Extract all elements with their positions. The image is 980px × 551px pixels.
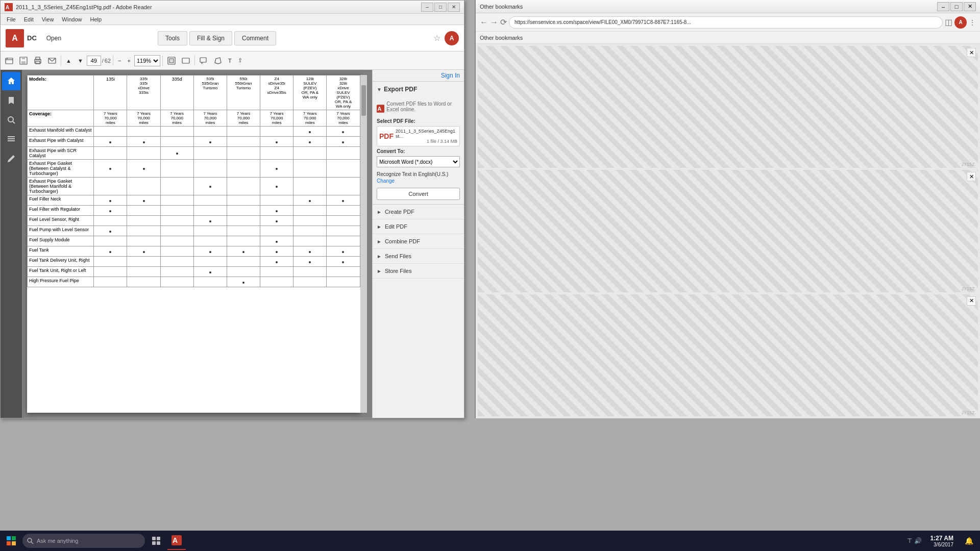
sidebar-icon-layers[interactable] bbox=[2, 130, 20, 148]
pdf-scroll[interactable]: Models: 135i 335i335ixDrive335is 335d 53… bbox=[22, 70, 372, 418]
user-avatar[interactable]: A bbox=[445, 31, 459, 45]
full-page: A 2011_1_3_5Series_Z45Eng1stPtg.pdf - Ad… bbox=[0, 0, 980, 551]
browser-minimize-button[interactable]: – bbox=[937, 2, 949, 11]
sign-in-link[interactable]: Sign In bbox=[373, 70, 464, 82]
create-pdf-item[interactable]: ► Create PDF bbox=[373, 205, 464, 219]
maximize-button[interactable]: □ bbox=[434, 3, 447, 12]
row-6-col-4 bbox=[227, 206, 260, 216]
change-link[interactable]: Change bbox=[377, 178, 460, 184]
star-icon[interactable]: ☆ bbox=[433, 33, 440, 43]
header-models: Models: bbox=[28, 76, 94, 110]
menu-view[interactable]: View bbox=[38, 15, 58, 23]
row-8-col-6 bbox=[293, 226, 327, 236]
svg-point-25 bbox=[28, 538, 32, 542]
typewriter-button[interactable]: T bbox=[226, 54, 234, 68]
sidebar-icon-search[interactable] bbox=[2, 111, 20, 129]
row-0-col-7 bbox=[327, 127, 360, 137]
row-3-col-3 bbox=[193, 160, 227, 178]
table-row: High Pressure Fuel Pipe bbox=[28, 277, 360, 287]
zoom-out-button[interactable]: − bbox=[115, 54, 124, 68]
url-bar[interactable] bbox=[509, 16, 943, 29]
coverage-550i: 7 Years70,000miles bbox=[227, 110, 260, 127]
open-button[interactable]: Open bbox=[44, 31, 64, 45]
sidebar-icon-bookmark[interactable] bbox=[2, 91, 20, 110]
browser-close-button[interactable]: ✕ bbox=[964, 2, 976, 11]
menu-help[interactable]: Help bbox=[86, 15, 106, 23]
fill-sign-button[interactable]: Fill & Sign bbox=[189, 31, 232, 45]
zoom-select[interactable]: 119% 100% 75% 50% bbox=[134, 55, 160, 66]
open-file-button[interactable] bbox=[3, 54, 16, 68]
tools-button[interactable]: Tools bbox=[158, 31, 187, 45]
zoom-in-button[interactable]: + bbox=[125, 54, 133, 68]
browser-menu-icon[interactable]: ⋮ bbox=[969, 18, 976, 27]
sidebar-icon-home[interactable] bbox=[2, 72, 20, 90]
email-button[interactable] bbox=[45, 54, 59, 68]
browser-maximize-button[interactable]: □ bbox=[950, 2, 963, 11]
task-view-button[interactable] bbox=[147, 532, 165, 550]
combine-pdf-item[interactable]: ► Combine PDF bbox=[373, 234, 464, 249]
menu-edit[interactable]: Edit bbox=[20, 15, 38, 23]
taskbar-time[interactable]: 1:27 AM 3/6/2017 bbox=[926, 535, 958, 547]
close-button[interactable]: ✕ bbox=[448, 3, 460, 12]
notification-icon[interactable]: 🔔 bbox=[960, 532, 978, 550]
fit-width-button[interactable] bbox=[179, 54, 192, 68]
print-button[interactable] bbox=[31, 54, 44, 68]
back-button[interactable]: ← bbox=[480, 18, 488, 27]
scrollbar-vertical[interactable] bbox=[360, 75, 367, 413]
coverage-label: Coverage: bbox=[28, 110, 94, 127]
convert-button[interactable]: Convert bbox=[377, 188, 460, 200]
minimize-button[interactable]: – bbox=[421, 3, 433, 12]
svg-rect-27 bbox=[152, 537, 156, 540]
start-button[interactable] bbox=[2, 532, 20, 550]
markup-button[interactable] bbox=[211, 54, 225, 68]
comment-tool-button[interactable] bbox=[197, 54, 210, 68]
row-4-col-6 bbox=[293, 178, 327, 195]
scrollbar-thumb[interactable] bbox=[361, 85, 366, 116]
taskbar-adobe-icon[interactable]: A bbox=[167, 532, 186, 550]
table-row: Exhaust Manifold with Catalyst bbox=[28, 127, 360, 137]
row-12-col-1 bbox=[127, 267, 160, 277]
row-item-9: Fuel Supply Module bbox=[28, 236, 94, 246]
svg-rect-28 bbox=[157, 537, 160, 540]
convert-to-select[interactable]: Microsoft Word (*.docx) Microsoft Excel … bbox=[377, 156, 460, 167]
taskbar: A ⊤ 🔊 1:27 AM 3/6/2017 🔔 bbox=[0, 531, 980, 551]
svg-rect-18 bbox=[8, 140, 15, 141]
convert-to-label: Convert To: bbox=[377, 148, 460, 154]
forward-button[interactable]: → bbox=[490, 18, 498, 27]
sidebar-icon-pen[interactable] bbox=[2, 149, 20, 168]
cursor-button[interactable]: ⇧ bbox=[235, 54, 245, 68]
comment-button[interactable]: Comment bbox=[234, 31, 276, 45]
fit-page-button[interactable] bbox=[165, 54, 178, 68]
ad-close-1[interactable]: ✕ bbox=[967, 48, 976, 57]
row-13-col-2 bbox=[160, 277, 193, 287]
taskbar-search-input[interactable] bbox=[22, 534, 145, 548]
browser-title-bar: Other bookmarks – □ ✕ bbox=[476, 0, 980, 13]
menu-file[interactable]: File bbox=[3, 15, 20, 23]
row-10-col-0 bbox=[94, 246, 127, 257]
refresh-button[interactable]: ⟳ bbox=[500, 17, 507, 27]
svg-rect-16 bbox=[8, 136, 15, 137]
edit-pdf-item[interactable]: ► Edit PDF bbox=[373, 219, 464, 234]
row-6-col-1 bbox=[127, 206, 160, 216]
next-page-button[interactable]: ▼ bbox=[75, 54, 86, 68]
ad-close-2[interactable]: ✕ bbox=[967, 172, 976, 181]
save-button[interactable] bbox=[17, 54, 30, 68]
page-separator: / bbox=[102, 58, 104, 64]
extensions-icon[interactable]: ◫ bbox=[945, 17, 952, 27]
row-6-col-0 bbox=[94, 206, 127, 216]
previous-page-button[interactable]: ▲ bbox=[63, 54, 74, 68]
browser-user-avatar[interactable]: A bbox=[954, 16, 967, 29]
row-6-col-3 bbox=[193, 206, 227, 216]
export-pdf-header[interactable]: ▼ Export PDF bbox=[373, 82, 464, 97]
page-number-input[interactable]: 49 bbox=[87, 56, 101, 66]
network-icon[interactable]: ⊤ bbox=[907, 537, 912, 544]
row-item-8: Fuel Pump with Level Sensor bbox=[28, 226, 94, 236]
send-files-item[interactable]: ► Send Files bbox=[373, 249, 464, 264]
store-files-item[interactable]: ► Store Files bbox=[373, 264, 464, 279]
menu-window[interactable]: Window bbox=[58, 15, 86, 23]
row-item-2: Exhaust Pipe with SCR Catalyst bbox=[28, 147, 94, 160]
bookmark-other[interactable]: Other bookmarks bbox=[480, 35, 523, 41]
ad-close-3[interactable]: ✕ bbox=[967, 296, 976, 306]
row-5-col-3 bbox=[193, 195, 227, 206]
volume-icon[interactable]: 🔊 bbox=[914, 537, 922, 544]
